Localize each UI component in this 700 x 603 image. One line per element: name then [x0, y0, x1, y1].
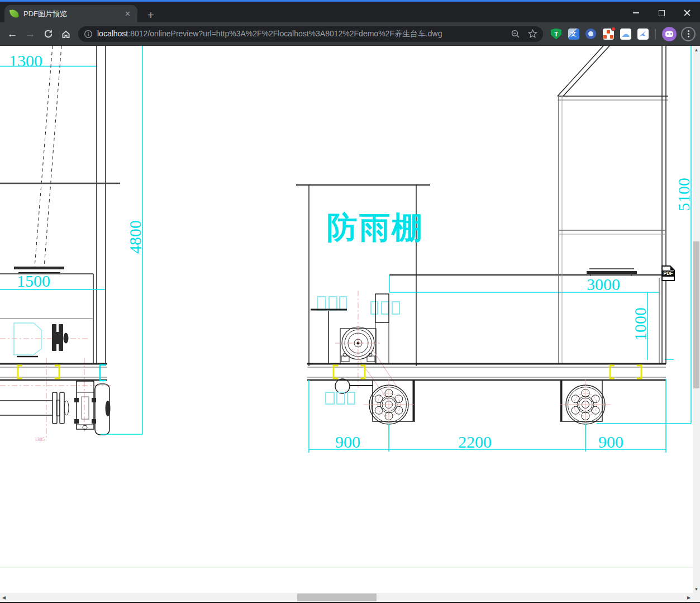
back-button[interactable]: ←: [3, 25, 21, 43]
page-edge-line: [0, 567, 693, 568]
vertical-scrollbar[interactable]: ▲ ▼: [693, 46, 700, 593]
horizontal-scrollbar[interactable]: ◀ ▶: [0, 593, 693, 602]
page-info-icon[interactable]: [84, 30, 93, 39]
scroll-down-arrow[interactable]: ▼: [693, 585, 700, 593]
kebab-menu-icon: [688, 33, 689, 35]
reload-icon: [44, 29, 53, 39]
tab-bar: PDF图片预览 × +: [0, 2, 700, 22]
front-wheel: [364, 379, 414, 430]
minimize-button[interactable]: [623, 3, 649, 22]
rear-wheel: [560, 379, 611, 430]
profile-avatar[interactable]: [662, 27, 677, 41]
scrollbar-corner: [693, 593, 700, 602]
translate-extension-icon[interactable]: 文: [565, 26, 582, 42]
cad-drawing: 1300 4800 1500: [0, 46, 693, 593]
toolbar-separator: [655, 29, 656, 39]
flatbed-view: 3000 1000: [389, 269, 674, 364]
tab-pdf-preview[interactable]: PDF图片预览 ×: [4, 5, 137, 22]
close-button[interactable]: [674, 3, 700, 22]
dim-1300: 1300: [9, 51, 42, 70]
notification-badge: [611, 27, 616, 31]
maximize-button[interactable]: [649, 3, 674, 22]
zoom-icon[interactable]: [511, 29, 520, 39]
scroll-left-arrow[interactable]: ◀: [0, 593, 8, 602]
shield-icon: T: [551, 29, 561, 40]
dim-1500: 1500: [17, 272, 50, 290]
dim-900-rear: 900: [598, 433, 623, 451]
tab-close-icon[interactable]: ×: [123, 10, 132, 18]
browser-toolbar: ← → localhost:8012/onlinePreview?url=htt…: [0, 22, 700, 46]
home-button[interactable]: [57, 25, 75, 43]
dim-1000: 1000: [631, 307, 649, 341]
bird-icon: [637, 29, 649, 40]
translate-icon: 文: [568, 29, 579, 40]
platform-and-wheels: 900 2200 900: [307, 364, 666, 453]
vertical-scroll-thumb[interactable]: [693, 241, 699, 388]
browser-menu-button[interactable]: [681, 27, 696, 41]
shelter-label: 防雨棚: [327, 210, 424, 245]
address-bar[interactable]: localhost:8012/onlinePreview?url=http%3A…: [78, 26, 543, 42]
cloud-extension-icon[interactable]: ☁: [617, 26, 634, 42]
scroll-right-arrow[interactable]: ▶: [685, 593, 693, 602]
tampermonkey-extension-icon[interactable]: T: [547, 26, 565, 42]
reload-button[interactable]: [39, 25, 57, 43]
horizontal-scroll-thumb[interactable]: [297, 593, 377, 601]
home-icon: [61, 29, 71, 39]
pdf-icon: PDF: [663, 270, 674, 277]
dwg-preview-canvas[interactable]: 1300 4800 1500: [0, 46, 693, 593]
dim-1385: 1385: [35, 436, 45, 442]
dim-5100: 5100: [674, 178, 693, 211]
pdf-download-button[interactable]: PDF: [661, 265, 675, 281]
dim-2200: 2200: [458, 433, 492, 451]
dim-900-front: 900: [335, 433, 360, 451]
tab-title: PDF图片预览: [23, 9, 123, 19]
new-tab-button[interactable]: +: [143, 7, 159, 23]
url-host: localhost: [97, 29, 128, 38]
minimize-icon: [633, 12, 639, 13]
spring-leaf-favicon: [9, 9, 19, 18]
forward-button[interactable]: →: [21, 25, 39, 43]
extensions-row: T 文 ☁: [547, 26, 651, 42]
dim-4800: 4800: [126, 220, 144, 254]
bird-extension-icon[interactable]: [634, 26, 651, 42]
url-text[interactable]: localhost:8012/onlinePreview?url=http%3A…: [97, 29, 511, 39]
scroll-up-arrow[interactable]: ▲: [693, 46, 700, 54]
dim-3000: 3000: [587, 275, 620, 293]
org-extension-icon[interactable]: [599, 26, 617, 42]
window-controls: [623, 3, 700, 22]
left-end-view: 1300 4800 1500: [0, 46, 144, 442]
cloud-icon: ☁: [620, 29, 631, 40]
bookmark-star-icon[interactable]: [528, 29, 537, 39]
ring-extension-icon[interactable]: [582, 26, 599, 42]
url-path: :8012/onlinePreview?url=http%3A%2F%2Floc…: [128, 29, 442, 38]
ring-icon: [585, 29, 596, 39]
maximize-icon: [659, 10, 665, 16]
